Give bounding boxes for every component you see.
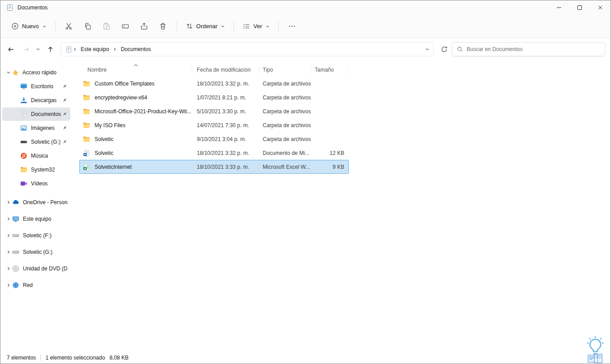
chevron-expanded-icon <box>5 70 12 75</box>
titlebar: Documentos <box>0 0 611 15</box>
sidebar-item-label: Documentos <box>31 111 61 117</box>
sidebar-item-descargas[interactable]: Descargas <box>2 94 70 107</box>
more-options-button[interactable] <box>283 18 302 34</box>
sidebar-item-solvetic-g-drive[interactable]: Solvetic (G:) <box>2 244 70 260</box>
command-toolbar: Nuevo Ordenar Ver <box>0 15 611 38</box>
view-button-label: Ver <box>253 23 262 30</box>
sidebar-item-label: Solvetic (F:) <box>23 232 52 239</box>
computer-icon <box>12 215 19 223</box>
statusbar-separator <box>40 355 41 361</box>
delete-button[interactable] <box>154 18 173 34</box>
file-type: Carpeta de archivos <box>259 136 311 142</box>
up-button[interactable] <box>43 42 58 56</box>
file-type: Carpeta de archivos <box>259 81 311 87</box>
content-area: Acceso rápido Escritorio Descargas Docum… <box>0 60 611 352</box>
navigation-bar: Este equipo Documentos <box>0 38 611 60</box>
titlebar-left: Documentos <box>0 4 48 11</box>
sidebar-item-label: Imágenes <box>31 125 55 131</box>
sidebar-item-musica[interactable]: Música <box>2 149 70 163</box>
toolbar-separator <box>177 21 177 31</box>
file-name: Microsoft-Office-2021-Product-Key-Wit... <box>95 108 191 115</box>
sort-ascending-icon <box>134 64 138 67</box>
pin-icon <box>62 125 67 131</box>
onedrive-icon <box>12 199 19 206</box>
column-header-tipo[interactable]: Tipo <box>259 63 311 77</box>
address-dropdown-button[interactable] <box>423 42 432 56</box>
recent-locations-button[interactable] <box>34 42 43 56</box>
sidebar-item-documentos[interactable]: Documentos <box>2 107 70 121</box>
sidebar-item-onedrive[interactable]: OneDrive - Personal <box>2 195 70 210</box>
sidebar-item-system32[interactable]: System32 <box>2 163 70 176</box>
file-date: 1/07/2021 8:21 p. m. <box>192 94 259 101</box>
folder-icon <box>20 166 27 173</box>
forward-button[interactable] <box>18 42 34 56</box>
close-icon <box>597 4 604 11</box>
sidebar-item-label: Vídeos <box>31 180 48 187</box>
new-button[interactable]: Nuevo <box>7 18 51 34</box>
videos-icon <box>20 180 27 187</box>
column-header-fecha[interactable]: Fecha de modificación <box>192 63 259 77</box>
pin-icon <box>62 139 67 145</box>
file-row-my-iso-files[interactable]: My ISO Files 14/07/2021 7:30 p. m. Carpe… <box>79 118 349 132</box>
sidebar-item-dvd-drive[interactable]: Unidad de DVD (D:) <box>2 261 70 276</box>
column-header-tamano[interactable]: Tamaño <box>311 63 349 77</box>
back-button[interactable] <box>3 42 18 56</box>
file-row-custom-office-templates[interactable]: Custom Office Templates 18/10/2021 3:32 … <box>79 77 349 90</box>
column-header-nombre[interactable]: Nombre <box>79 63 192 77</box>
search-box <box>452 42 605 56</box>
window-controls <box>549 0 611 15</box>
window-document-icon <box>6 4 13 11</box>
address-bar[interactable]: Este equipo Documentos <box>61 42 434 56</box>
column-headers: Nombre Fecha de modificación Tipo Tamaño <box>79 63 611 77</box>
trash-icon <box>159 22 167 30</box>
file-row-solvetic-document[interactable]: Solvetic 18/10/2021 3:32 p. m. Documento… <box>79 146 349 160</box>
sort-button[interactable]: Ordenar <box>181 18 230 34</box>
close-button[interactable] <box>590 0 611 15</box>
maximize-button[interactable] <box>569 0 590 15</box>
copy-button[interactable] <box>78 18 97 34</box>
refresh-button[interactable] <box>437 42 452 56</box>
file-type: Carpeta de archivos <box>259 122 311 128</box>
sidebar-item-red[interactable]: Red <box>2 278 70 293</box>
sidebar-section-quick-access[interactable]: Acceso rápido <box>2 66 70 79</box>
sidebar-item-label: Solvetic (G:) <box>31 139 61 145</box>
plus-circle-icon <box>11 22 19 30</box>
sidebar-item-solvetic-g[interactable]: Solvetic (G:) <box>2 135 70 149</box>
cut-button[interactable] <box>60 18 78 34</box>
dvd-icon <box>12 265 19 272</box>
file-row-microsoft-office-key[interactable]: Microsoft-Office-2021-Product-Key-Wit...… <box>79 104 349 118</box>
file-name: SolveticInternet <box>95 164 132 170</box>
breadcrumb-este-equipo[interactable]: Este equipo <box>78 44 112 54</box>
file-date: 18/10/2021 3:32 p. m. <box>192 150 259 156</box>
file-type: Microsoft Excel W... <box>259 164 311 170</box>
desktop-icon <box>20 83 27 90</box>
share-button[interactable] <box>135 18 154 34</box>
status-bar: 7 elementos 1 elemento seleccionado 8,08… <box>0 352 611 364</box>
navigation-pane: Acceso rápido Escritorio Descargas Docum… <box>0 60 72 352</box>
file-rows: Custom Office Templates 18/10/2021 3:32 … <box>79 77 611 174</box>
sidebar-item-imagenes[interactable]: Imágenes <box>2 121 70 135</box>
pin-icon <box>62 111 67 117</box>
file-row-solvetic-folder[interactable]: Solvetic 9/10/2021 3:04 p. m. Carpeta de… <box>79 132 349 146</box>
view-button[interactable]: Ver <box>238 18 274 34</box>
file-row-encryptedregview[interactable]: encryptedregview-x64 1/07/2021 8:21 p. m… <box>79 90 349 104</box>
minimize-button[interactable] <box>549 0 569 15</box>
search-input[interactable] <box>467 46 600 52</box>
file-row-solveticinternet-selected[interactable]: SolveticInternet 18/10/2021 3:33 p. m. M… <box>79 160 349 174</box>
sidebar-item-este-equipo[interactable]: Este equipo <box>2 211 70 227</box>
file-name: My ISO Files <box>95 122 126 128</box>
view-icon <box>243 22 250 30</box>
toolbar-separator <box>278 21 279 31</box>
chevron-down-icon <box>425 47 429 51</box>
sidebar-item-solvetic-f-drive[interactable]: Solvetic (F:) <box>2 228 70 243</box>
folder-icon <box>83 136 90 143</box>
paste-button[interactable] <box>97 18 116 34</box>
maximize-icon <box>576 4 583 11</box>
breadcrumb-chevron-icon <box>72 47 78 51</box>
breadcrumb-documentos[interactable]: Documentos <box>117 44 154 54</box>
sidebar-item-videos[interactable]: Vídeos <box>2 177 70 190</box>
sidebar-item-escritorio[interactable]: Escritorio <box>2 80 70 93</box>
chevron-down-icon <box>36 47 40 51</box>
sidebar-item-label: Solvetic (G:) <box>23 249 52 255</box>
rename-button[interactable] <box>116 18 135 34</box>
